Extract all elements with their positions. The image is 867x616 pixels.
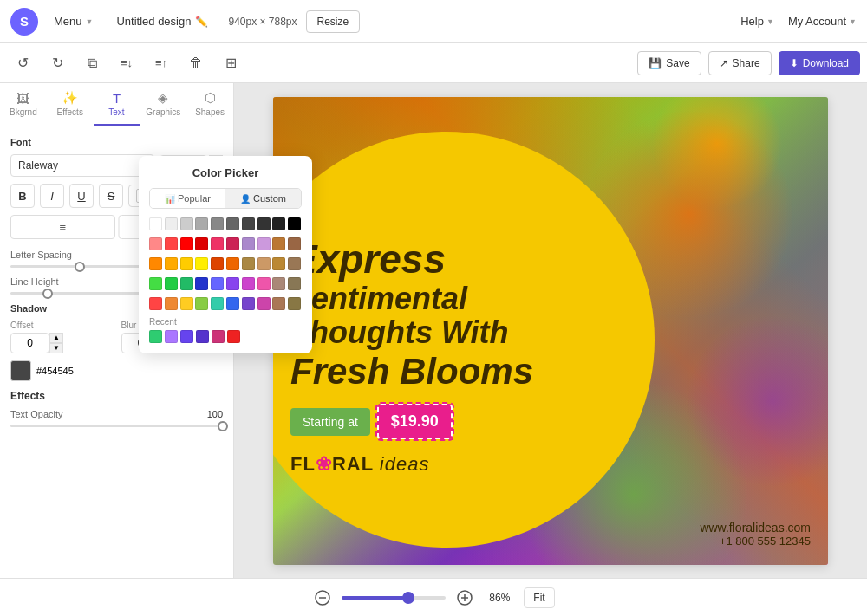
save-button[interactable]: 💾 Save bbox=[637, 51, 701, 75]
recent-swatch[interactable] bbox=[212, 330, 225, 343]
color-swatch[interactable] bbox=[211, 217, 224, 230]
opacity-slider-track[interactable] bbox=[10, 425, 223, 427]
price-badge: $19.90 bbox=[377, 404, 453, 439]
color-swatch[interactable] bbox=[211, 237, 224, 250]
color-swatch[interactable] bbox=[180, 257, 193, 270]
undo-button[interactable]: ↺ bbox=[7, 48, 38, 79]
underline-button[interactable]: U bbox=[69, 184, 94, 208]
color-swatch[interactable] bbox=[195, 237, 208, 250]
color-swatch[interactable] bbox=[149, 257, 162, 270]
shadow-offset-input[interactable] bbox=[10, 333, 49, 353]
share-button[interactable]: ↗ Share bbox=[708, 51, 772, 75]
color-swatch[interactable] bbox=[288, 257, 301, 270]
menu-button[interactable]: Menu ▼ bbox=[47, 10, 100, 32]
strikethrough-button[interactable]: S bbox=[99, 184, 123, 208]
resize-button[interactable]: Resize bbox=[306, 10, 361, 33]
shadow-color-swatch[interactable] bbox=[10, 360, 31, 381]
color-swatch[interactable] bbox=[272, 217, 285, 230]
recent-swatch[interactable] bbox=[227, 330, 240, 343]
download-button[interactable]: ⬇ Download bbox=[779, 51, 860, 75]
recent-swatch[interactable] bbox=[165, 330, 178, 343]
recent-swatch[interactable] bbox=[196, 330, 209, 343]
color-swatch[interactable] bbox=[272, 277, 285, 290]
grid-button[interactable]: ⊞ bbox=[215, 48, 246, 79]
align-left-button[interactable]: ≡ bbox=[10, 215, 115, 239]
color-swatch[interactable] bbox=[242, 277, 255, 290]
color-swatch[interactable] bbox=[257, 297, 271, 310]
bold-button[interactable]: B bbox=[10, 184, 35, 208]
color-swatch[interactable] bbox=[242, 257, 255, 270]
recent-swatch[interactable] bbox=[180, 330, 193, 343]
shadow-offset-up-button[interactable]: ▲ bbox=[49, 333, 63, 343]
tab-text[interactable]: T Text bbox=[94, 83, 140, 126]
color-swatch[interactable] bbox=[195, 277, 208, 290]
color-swatch[interactable] bbox=[242, 297, 255, 310]
color-swatch[interactable] bbox=[165, 297, 178, 310]
delete-button[interactable]: 🗑 bbox=[180, 48, 212, 79]
color-swatch[interactable] bbox=[149, 217, 162, 230]
color-swatch[interactable] bbox=[257, 277, 271, 290]
opacity-slider-thumb[interactable] bbox=[218, 421, 228, 431]
color-swatch[interactable] bbox=[242, 237, 255, 250]
color-swatch[interactable] bbox=[226, 297, 239, 310]
color-swatch[interactable] bbox=[226, 237, 239, 250]
color-swatch[interactable] bbox=[165, 277, 178, 290]
headline-fresh[interactable]: Fresh Blooms bbox=[290, 350, 655, 393]
color-swatch[interactable] bbox=[288, 297, 301, 310]
color-swatch[interactable] bbox=[195, 257, 208, 270]
color-swatch[interactable] bbox=[257, 237, 271, 250]
color-swatch[interactable] bbox=[195, 297, 208, 310]
color-swatch[interactable] bbox=[288, 237, 301, 250]
fit-button[interactable]: Fit bbox=[524, 587, 554, 608]
color-picker-tab-custom[interactable]: 👤 Custom bbox=[225, 189, 301, 208]
color-swatch[interactable] bbox=[226, 277, 239, 290]
color-swatch[interactable] bbox=[257, 257, 271, 270]
layer-up-button[interactable]: ≡↑ bbox=[146, 48, 177, 79]
account-button[interactable]: My Account ▼ bbox=[788, 15, 857, 28]
color-swatch[interactable] bbox=[272, 237, 285, 250]
color-swatch[interactable] bbox=[165, 257, 178, 270]
color-swatch[interactable] bbox=[226, 217, 239, 230]
duplicate-button[interactable]: ⧉ bbox=[76, 48, 108, 79]
color-swatch[interactable] bbox=[149, 237, 162, 250]
font-family-select[interactable]: Raleway ▼ bbox=[10, 154, 154, 177]
tab-graphics[interactable]: ◈ Graphics bbox=[140, 83, 186, 126]
color-swatch[interactable] bbox=[180, 217, 193, 230]
help-button[interactable]: Help ▼ bbox=[740, 15, 774, 28]
zoom-slider-knob[interactable] bbox=[402, 592, 414, 604]
zoom-out-button[interactable] bbox=[312, 587, 333, 608]
color-swatch[interactable] bbox=[180, 237, 193, 250]
color-swatch[interactable] bbox=[288, 277, 301, 290]
color-swatch[interactable] bbox=[211, 257, 224, 270]
line-height-slider-thumb[interactable] bbox=[42, 289, 53, 299]
layer-down-button[interactable]: ≡↓ bbox=[111, 48, 142, 79]
design-title[interactable]: Untitled design ✏️ bbox=[108, 10, 216, 32]
color-swatch[interactable] bbox=[149, 297, 162, 310]
recent-swatch[interactable] bbox=[149, 330, 162, 343]
zoom-in-button[interactable] bbox=[454, 587, 475, 608]
shadow-offset-down-button[interactable]: ▼ bbox=[49, 343, 63, 353]
color-swatch[interactable] bbox=[226, 257, 239, 270]
color-swatch[interactable] bbox=[165, 237, 178, 250]
color-swatch[interactable] bbox=[288, 217, 301, 230]
color-swatch[interactable] bbox=[257, 217, 271, 230]
tab-background[interactable]: 🖼 Bkgrnd bbox=[0, 83, 47, 126]
color-swatch[interactable] bbox=[211, 277, 224, 290]
color-swatch[interactable] bbox=[180, 297, 193, 310]
color-picker-tab-popular[interactable]: 📊 Popular bbox=[150, 189, 225, 208]
color-swatch[interactable] bbox=[180, 277, 193, 290]
color-swatch[interactable] bbox=[272, 257, 285, 270]
color-swatch[interactable] bbox=[165, 217, 178, 230]
redo-button[interactable]: ↻ bbox=[42, 48, 73, 79]
tab-effects[interactable]: ✨ Effects bbox=[47, 83, 94, 126]
price-bar: Starting at $19.90 bbox=[290, 404, 655, 439]
italic-button[interactable]: I bbox=[40, 184, 64, 208]
color-swatch[interactable] bbox=[149, 277, 162, 290]
zoom-slider[interactable] bbox=[342, 596, 446, 600]
color-swatch[interactable] bbox=[211, 297, 224, 310]
color-swatch[interactable] bbox=[195, 217, 208, 230]
letter-spacing-slider-thumb[interactable] bbox=[75, 262, 85, 272]
color-swatch[interactable] bbox=[272, 297, 285, 310]
tab-shapes[interactable]: ⬡ Shapes bbox=[186, 83, 233, 126]
color-swatch[interactable] bbox=[242, 217, 255, 230]
